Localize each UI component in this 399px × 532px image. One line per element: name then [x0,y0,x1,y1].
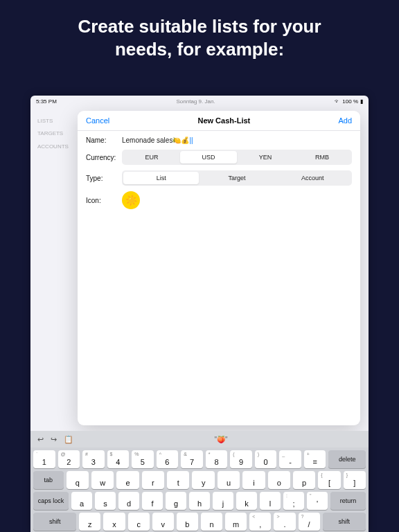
key-tab[interactable]: tab [33,471,64,489]
key-shift[interactable]: shift [323,513,366,531]
currency-option-yen[interactable]: YEN [237,151,294,163]
key-c[interactable]: c [128,513,150,531]
key-3[interactable]: #3 [82,450,105,468]
status-time: 5:35 PM [36,98,57,105]
key-v[interactable]: v [152,513,174,531]
paste-icon[interactable]: 📋 [64,435,73,444]
key-o[interactable]: o [268,471,290,489]
suggestion[interactable]: "🍑" [80,436,362,443]
key-,[interactable]: <, [249,513,271,531]
name-row: Name: Lemonade sales🍋💰| [86,136,352,144]
key-8[interactable]: *8 [206,450,228,468]
currency-option-rmb[interactable]: RMB [294,151,351,163]
key-9[interactable]: (9 [230,450,252,468]
currency-row: Currency: EURUSDYENRMB [86,150,352,165]
key-z[interactable]: z [79,513,100,531]
keyboard: `1@2#3$4%5^6&7*8(9)0_-+=delete tabqwerty… [30,447,369,532]
key-g[interactable]: g [166,492,186,510]
sidebar-item-lists[interactable]: LISTS [37,115,69,127]
key-e[interactable]: e [116,471,139,489]
key-5[interactable]: %5 [132,450,154,468]
key-t[interactable]: t [167,471,189,489]
key-r[interactable]: r [142,471,164,489]
currency-label: Currency: [86,154,122,161]
key-n[interactable]: n [201,513,222,531]
status-date: Sonntag 9. Jan. [57,98,335,105]
key-i[interactable]: i [242,471,265,489]
key-u[interactable]: u [218,471,240,489]
currency-segmented: EURUSDYENRMB [122,150,352,165]
key-j[interactable]: j [213,492,233,510]
status-bar: 5:35 PM Sonntag 9. Jan. ᯤ 100 % ▮ [30,96,369,107]
sidebar: LISTS TARGETS ACCOUNTS [37,115,69,153]
key-s[interactable]: s [95,492,116,510]
keyboard-toolbar: ↩ ↪ 📋 "🍑" [30,431,369,447]
add-button[interactable]: Add [338,116,352,125]
key--[interactable]: _- [279,450,301,468]
key-m[interactable]: m [225,513,247,531]
key-[[interactable]: {[ [318,471,340,489]
cancel-button[interactable]: Cancel [86,116,109,125]
sidebar-item-targets[interactable]: TARGETS [37,127,69,140]
key-y[interactable]: y [192,471,214,489]
key-6[interactable]: ^6 [157,450,179,468]
promo-title-line: needs, for example: [28,38,371,61]
currency-option-eur[interactable]: EUR [123,151,180,163]
modal-form: Name: Lemonade sales🍋💰| Currency: EURUSD… [78,131,360,220]
key-;[interactable]: :; [283,492,304,510]
keyboard-row-q: tabqwertyuiop{[}] [33,471,366,489]
name-input[interactable]: Lemonade sales🍋💰| [122,136,352,144]
key-2[interactable]: @2 [58,450,80,468]
icon-row: Icon: ☀️ [86,191,352,209]
type-option-account[interactable]: Account [275,172,351,184]
icon-chip[interactable]: ☀️ [122,191,140,209]
battery-label: 100 % [342,98,358,105]
undo-icon[interactable]: ↩ [37,435,44,444]
key-/[interactable]: ?/ [299,513,320,531]
sun-icon: ☀️ [125,195,137,206]
name-label: Name: [86,136,122,144]
ipad-screen: 5:35 PM Sonntag 9. Jan. ᯤ 100 % ▮ LISTS … [30,96,369,532]
keyboard-row-numbers: `1@2#3$4%5^6&7*8(9)0_-+=delete [33,450,366,468]
name-value: Lemonade sales🍋💰 [122,136,189,144]
key-0[interactable]: )0 [255,450,277,468]
type-option-list[interactable]: List [123,172,199,184]
key-d[interactable]: d [118,492,139,510]
key-=[interactable]: += [304,450,326,468]
key-a[interactable]: a [71,492,92,510]
key-7[interactable]: &7 [181,450,203,468]
modal-title: New Cash-List [197,116,250,125]
key-f[interactable]: f [142,492,163,510]
key-x[interactable]: x [103,513,125,531]
battery-icon: ▮ [360,98,363,105]
key-h[interactable]: h [189,492,210,510]
currency-option-usd[interactable]: USD [180,151,237,163]
key-k[interactable]: k [236,492,257,510]
key-.[interactable]: >. [274,513,295,531]
key-q[interactable]: q [66,471,89,489]
sidebar-item-accounts[interactable]: ACCOUNTS [37,141,69,153]
new-list-modal: Cancel New Cash-List Add Name: Lemonade … [78,111,360,425]
keyboard-row-z: shiftzxcvbnm<,>.?/shift [33,513,366,531]
key-4[interactable]: $4 [107,450,130,468]
type-segmented: ListTargetAccount [122,170,352,186]
wifi-icon: ᯤ [335,98,340,105]
keyboard-row-a: caps lockasdfghjkl:;"'return [33,492,366,510]
icon-label: Icon: [86,197,122,204]
key-'[interactable]: "' [307,492,328,510]
key-delete[interactable]: delete [328,450,366,468]
key-][interactable]: }] [344,471,366,489]
key-l[interactable]: l [260,492,281,510]
type-option-target[interactable]: Target [199,172,274,184]
key-shift[interactable]: shift [33,513,76,531]
promo-title-line: Create suitable lists for your [28,15,371,38]
key-p[interactable]: p [293,471,315,489]
key-1[interactable]: `1 [33,450,55,468]
key-caps lock[interactable]: caps lock [33,492,69,510]
key-b[interactable]: b [177,513,198,531]
key-return[interactable]: return [330,492,366,510]
type-row: Type: ListTargetAccount [86,170,352,186]
key-w[interactable]: w [91,471,114,489]
redo-icon[interactable]: ↪ [51,435,57,444]
type-label: Type: [86,175,122,182]
